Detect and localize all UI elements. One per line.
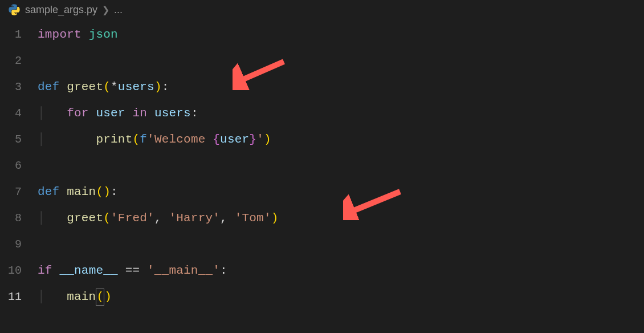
breadcrumb[interactable]: sample_args.py ❯ ... (0, 0, 644, 19)
python-file-icon (8, 3, 21, 16)
code-line[interactable]: 1 import json (0, 22, 644, 48)
line-number: 5 (0, 127, 38, 153)
line-number: 4 (0, 100, 38, 127)
line-number: 8 (0, 205, 38, 232)
code-line[interactable]: 2 (0, 48, 644, 74)
line-number: 11 (0, 284, 38, 310)
chevron-right-icon: ❯ (102, 5, 109, 15)
code-line[interactable]: 5 │ print(f'Welcome {user}') (0, 127, 644, 153)
line-number: 2 (0, 48, 38, 74)
code-line[interactable]: 9 (0, 232, 644, 258)
line-number: 3 (0, 74, 38, 100)
breadcrumb-filename[interactable]: sample_args.py (25, 4, 97, 16)
breadcrumb-rest[interactable]: ... (114, 4, 123, 16)
line-number: 10 (0, 258, 38, 284)
code-line[interactable]: 6 (0, 153, 644, 179)
line-number: 6 (0, 153, 38, 179)
code-line[interactable]: 3 def greet(*users): (0, 74, 644, 100)
code-line[interactable]: 4 │ for user in users: (0, 100, 644, 127)
line-number: 1 (0, 22, 38, 48)
code-editor[interactable]: 1 import json 2 3 def greet(*users): 4 │… (0, 19, 644, 310)
code-line[interactable]: 11 │ main() (0, 284, 644, 310)
line-number: 7 (0, 179, 38, 205)
code-line[interactable]: 7 def main(): (0, 179, 644, 205)
code-line[interactable]: 10 if __name__ == '__main__': (0, 258, 644, 284)
code-line[interactable]: 8 │ greet('Fred', 'Harry', 'Tom') (0, 205, 644, 232)
line-number: 9 (0, 232, 38, 258)
